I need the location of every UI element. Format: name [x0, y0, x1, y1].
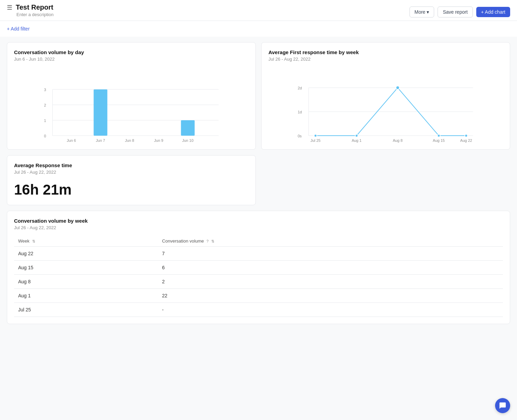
main-content: Conversation volume by day Jun 6 - Jun 1…	[0, 37, 517, 330]
chart1-date: Jun 6 - Jun 10, 2022	[14, 57, 249, 62]
table-cell-week-2: Aug 8	[14, 275, 158, 289]
table-date: Jul 26 - Aug 22, 2022	[14, 225, 503, 230]
table-cell-week-3: Aug 1	[14, 289, 158, 303]
y-label-2: 2	[44, 103, 46, 107]
y-label-1: 1	[44, 119, 46, 123]
table-cell-week-0: Aug 22	[14, 247, 158, 261]
chart2-area: 0s 1d 2d	[268, 67, 503, 143]
page-header: ☰ Test Report Enter a description More ▾…	[0, 0, 517, 21]
table-cell-volume-2: 2	[158, 275, 503, 289]
add-filter-button[interactable]: + Add filter	[7, 26, 30, 32]
table-row: Aug 8 2	[14, 275, 503, 289]
table-cell-volume-4: -	[158, 303, 503, 317]
volume-sort-icon: ⇅	[211, 239, 214, 244]
bar-jun7	[94, 89, 108, 136]
avg-response-time-card: Average Response time Jul 26 - Aug 22, 2…	[7, 155, 256, 205]
more-label: More	[415, 9, 426, 15]
chart2-date: Jul 26 - Aug 22, 2022	[268, 57, 503, 62]
table-header-row: Week ⇅ Conversation volume ? ⇅	[14, 236, 503, 247]
table-cell-volume-0: 7	[158, 247, 503, 261]
y-label-2d: 2d	[298, 86, 302, 90]
table-cell-volume-1: 6	[158, 261, 503, 275]
x-label-jun7: Jun 7	[96, 138, 105, 143]
table-cell-volume-3: 22	[158, 289, 503, 303]
avg-first-response-chart-card: Average First response time by week Jul …	[261, 42, 510, 150]
chart1-area: 0 1 2 3	[14, 67, 249, 143]
chart1-title: Conversation volume by day	[14, 49, 249, 55]
point-aug15	[438, 134, 440, 137]
chart2-title: Average First response time by week	[268, 49, 503, 55]
bar-chart-svg: 0 1 2 3	[14, 67, 249, 143]
y-label-3: 3	[44, 88, 46, 92]
x-label-jul25: Jul 25	[311, 138, 320, 143]
y-label-0s: 0s	[298, 134, 302, 138]
col-week-label: Week	[18, 238, 29, 244]
x-label-aug8: Aug 8	[393, 138, 403, 143]
y-label-1d: 1d	[298, 110, 302, 114]
table-row: Aug 1 22	[14, 289, 503, 303]
table-row: Aug 15 6	[14, 261, 503, 275]
header-title-row: ☰ Test Report	[7, 3, 53, 11]
table-row: Jul 25 -	[14, 303, 503, 317]
volume-help-icon: ?	[206, 239, 209, 243]
charts-row-1: Conversation volume by day Jun 6 - Jun 1…	[7, 42, 510, 150]
week-sort-icon: ⇅	[32, 239, 35, 244]
point-aug1	[355, 134, 358, 137]
x-label-aug1: Aug 1	[352, 138, 362, 143]
conversation-volume-chart-card: Conversation volume by day Jun 6 - Jun 1…	[7, 42, 256, 150]
filter-bar: + Add filter	[0, 21, 517, 37]
table-row: Aug 22 7	[14, 247, 503, 261]
header-right: More ▾ Save report + Add chart	[409, 7, 510, 17]
x-label-aug15: Aug 15	[433, 138, 445, 143]
table-title: Conversation volume by week	[14, 218, 503, 224]
table-cell-week-1: Aug 15	[14, 261, 158, 275]
save-report-button[interactable]: Save report	[438, 7, 472, 17]
x-label-jun9: Jun 9	[154, 138, 163, 143]
hamburger-icon[interactable]: ☰	[7, 4, 12, 11]
bar-jun10	[181, 120, 195, 136]
point-aug22	[465, 134, 468, 137]
add-chart-button[interactable]: + Add chart	[476, 7, 510, 17]
x-label-jun6: Jun 6	[67, 138, 76, 143]
table-body: Aug 22 7 Aug 15 6 Aug 8 2 Aug 1 22 Jul 2…	[14, 247, 503, 317]
line-chart-svg: 0s 1d 2d	[268, 67, 503, 143]
header-left: ☰ Test Report Enter a description	[7, 3, 53, 21]
table-cell-week-4: Jul 25	[14, 303, 158, 317]
point-aug8	[396, 86, 400, 89]
x-label-jun10: Jun 10	[182, 138, 193, 143]
col-volume-header[interactable]: Conversation volume ? ⇅	[158, 236, 503, 247]
metric-title: Average Response time	[14, 162, 249, 168]
charts-row-2: Average Response time Jul 26 - Aug 22, 2…	[7, 155, 510, 205]
page-description: Enter a description	[16, 12, 53, 21]
metric-date: Jul 26 - Aug 22, 2022	[14, 170, 249, 175]
col-week-header[interactable]: Week ⇅	[14, 236, 158, 247]
metric-value: 16h 21m	[14, 182, 249, 198]
page-title: Test Report	[16, 3, 53, 11]
point-jul25	[314, 134, 317, 137]
more-button[interactable]: More ▾	[409, 7, 434, 17]
conversation-volume-week-card: Conversation volume by week Jul 26 - Aug…	[7, 211, 510, 324]
empty-cell	[261, 155, 510, 205]
col-volume-label: Conversation volume	[162, 238, 204, 244]
conversation-volume-table: Week ⇅ Conversation volume ? ⇅ Aug 22 7 …	[14, 236, 503, 317]
x-label-aug22: Aug 22	[460, 138, 472, 143]
y-label-0: 0	[44, 134, 46, 138]
x-label-jun8: Jun 8	[125, 138, 134, 143]
more-chevron-icon: ▾	[427, 9, 429, 15]
